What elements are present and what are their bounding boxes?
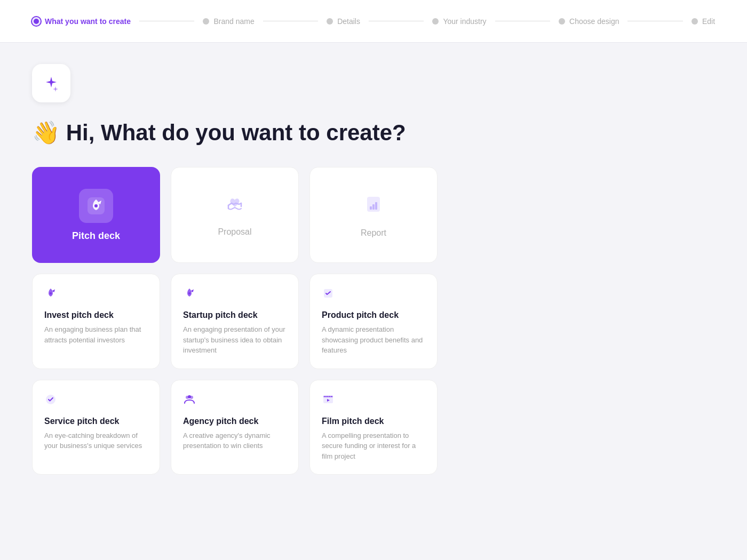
card-proposal-label: Proposal: [218, 227, 251, 237]
card-proposal-icon: [224, 194, 245, 220]
card-startup-icon: [183, 287, 287, 303]
step-line-1: [139, 21, 194, 21]
step-details[interactable]: Details: [327, 17, 360, 26]
step-label-details: Details: [337, 17, 360, 26]
step-line-2: [263, 21, 318, 21]
card-pitch-deck[interactable]: Pitch deck: [32, 167, 160, 263]
card-pitch-deck-icon: [79, 189, 113, 223]
card-startup-desc: An engaging presentation of your startup…: [183, 324, 287, 356]
card-report[interactable]: Report: [309, 167, 438, 263]
svg-point-19: [331, 396, 332, 397]
step-dot-what: [32, 17, 41, 26]
card-service-desc: An eye-catching breakdown of your busine…: [44, 430, 148, 451]
stepper: What you want to create Brand name Detai…: [0, 0, 747, 43]
svg-point-2: [94, 204, 98, 207]
step-line-4: [495, 21, 550, 21]
card-report-icon: [362, 193, 385, 221]
card-product-title: Product pitch deck: [322, 310, 425, 320]
card-film-title: Film pitch deck: [322, 417, 425, 426]
svg-rect-6: [375, 202, 377, 210]
card-film-desc: A compelling presentation to secure fund…: [322, 430, 425, 462]
card-service-icon: [44, 393, 148, 409]
card-pitch-deck-label: Pitch deck: [72, 230, 120, 242]
step-dot-design: [559, 18, 565, 25]
card-service-pitch[interactable]: Service pitch deck An eye-catching break…: [32, 380, 160, 475]
step-dot-details: [327, 18, 333, 25]
step-line-3: [369, 21, 424, 21]
card-report-label: Report: [361, 228, 386, 238]
card-product-desc: A dynamic presentation showcasing produc…: [322, 324, 425, 356]
svg-point-0: [35, 20, 38, 23]
svg-rect-4: [370, 206, 372, 210]
page-heading: 👋 Hi, What do you want to create?: [32, 119, 715, 146]
card-film-pitch[interactable]: Film pitch deck A compelling presentatio…: [309, 380, 438, 475]
step-dot-edit: [692, 18, 698, 25]
app-icon: [32, 64, 70, 102]
svg-point-17: [327, 396, 328, 397]
card-invest-title: Invest pitch deck: [44, 310, 148, 320]
sub-cards-row1: Invest pitch deck An engaging business p…: [32, 274, 715, 369]
step-edit[interactable]: Edit: [692, 17, 715, 26]
card-invest-desc: An engaging business plan that attracts …: [44, 324, 148, 345]
card-agency-icon: [183, 393, 287, 409]
step-label-industry: Your industry: [443, 17, 486, 26]
svg-point-16: [324, 396, 325, 397]
sub-cards-row2: Service pitch deck An eye-catching break…: [32, 380, 715, 475]
step-dot-brand: [203, 18, 209, 25]
step-industry[interactable]: Your industry: [432, 17, 486, 26]
step-what[interactable]: What you want to create: [32, 17, 131, 26]
card-agency-pitch[interactable]: Agency pitch deck A creative agency's dy…: [171, 380, 299, 475]
svg-point-13: [188, 395, 191, 398]
step-dot-industry: [432, 18, 439, 25]
svg-point-8: [188, 292, 190, 294]
top-cards-row: Pitch deck Proposal: [32, 167, 715, 263]
card-invest-pitch[interactable]: Invest pitch deck An engaging business p…: [32, 274, 160, 369]
card-startup-pitch[interactable]: Startup pitch deck An engaging presentat…: [171, 274, 299, 369]
card-startup-title: Startup pitch deck: [183, 310, 287, 320]
step-label-edit: Edit: [702, 17, 715, 26]
step-label-what: What you want to create: [45, 17, 131, 26]
svg-point-7: [50, 292, 52, 294]
card-agency-title: Agency pitch deck: [183, 417, 287, 426]
card-film-icon: [322, 393, 425, 409]
step-brand[interactable]: Brand name: [203, 17, 254, 26]
main-content: 👋 Hi, What do you want to create? Pitch …: [0, 43, 747, 507]
card-service-title: Service pitch deck: [44, 417, 148, 426]
step-label-brand: Brand name: [213, 17, 254, 26]
card-product-pitch[interactable]: Product pitch deck A dynamic presentatio…: [309, 274, 438, 369]
card-proposal[interactable]: Proposal: [171, 167, 299, 263]
svg-rect-5: [372, 204, 375, 210]
step-line-5: [627, 21, 682, 21]
step-design[interactable]: Choose design: [559, 17, 619, 26]
card-product-icon: [322, 287, 425, 303]
card-invest-icon: [44, 287, 148, 303]
step-label-design: Choose design: [569, 17, 619, 26]
card-agency-desc: A creative agency's dynamic presentation…: [183, 430, 287, 451]
svg-point-18: [329, 396, 330, 397]
